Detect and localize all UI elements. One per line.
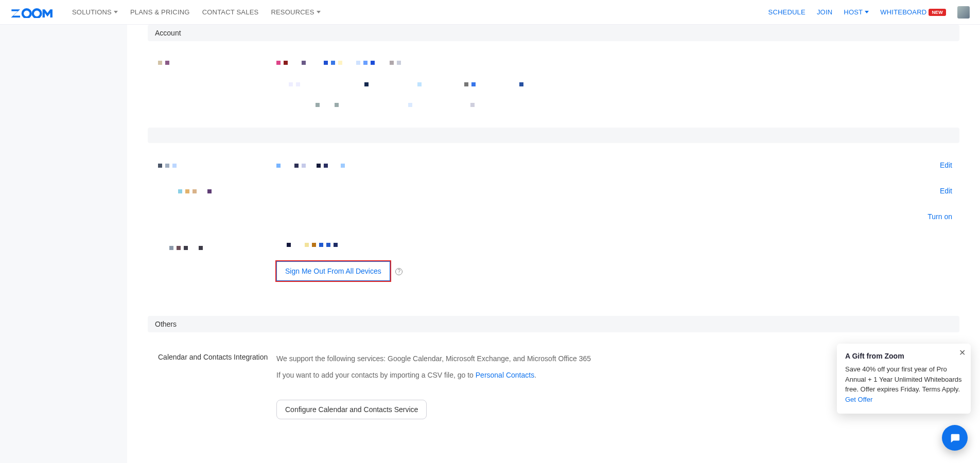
edit-link-2[interactable]: Edit — [940, 187, 952, 195]
promo-popup: ✕ A Gift from Zoom Save 40% off your fir… — [837, 344, 971, 414]
nav-left: SOLUTIONS PLANS & PRICING CONTACT SALES … — [72, 8, 321, 16]
configure-calendar-button[interactable]: Configure Calendar and Contacts Service — [276, 400, 427, 419]
promo-body-text: Save 40% off your first year of Pro Annu… — [845, 365, 962, 393]
personal-contacts-link[interactable]: Personal Contacts — [476, 371, 534, 379]
avatar[interactable] — [957, 6, 970, 19]
zoom-logo[interactable] — [10, 7, 57, 18]
chat-icon — [949, 432, 960, 443]
obscured-value — [276, 161, 901, 170]
section-others: Others — [148, 316, 959, 332]
edit-link[interactable]: Edit — [940, 161, 952, 169]
nav-join[interactable]: JOIN — [817, 8, 832, 16]
obscured-value — [276, 100, 952, 109]
nav-whiteboard-label: WHITEBOARD — [880, 8, 926, 16]
nav-schedule[interactable]: SCHEDULE — [768, 8, 806, 16]
sidebar — [0, 25, 127, 463]
divider-bar — [148, 128, 959, 143]
promo-get-offer-link[interactable]: Get Offer — [845, 396, 872, 403]
svg-point-0 — [23, 9, 31, 17]
promo-body: Save 40% off your first year of Pro Annu… — [845, 364, 962, 404]
nav-contact-sales[interactable]: CONTACT SALES — [202, 8, 259, 16]
nav-host-label: HOST — [844, 8, 863, 16]
new-badge: NEW — [929, 9, 946, 16]
nav-resources[interactable]: RESOURCES — [271, 8, 320, 16]
nav-solutions[interactable]: SOLUTIONS — [72, 8, 118, 16]
turn-on-link[interactable]: Turn on — [927, 212, 952, 221]
nav-whiteboard[interactable]: WHITEBOARD NEW — [880, 8, 946, 16]
chevron-down-icon — [317, 11, 321, 13]
nav-resources-label: RESOURCES — [271, 8, 314, 16]
section-account: Account — [148, 25, 959, 41]
close-icon[interactable]: ✕ — [959, 349, 966, 357]
top-header: SOLUTIONS PLANS & PRICING CONTACT SALES … — [0, 0, 980, 25]
obscured-label — [158, 186, 276, 195]
calendar-desc-line2-prefix: If you want to add your contacts by impo… — [276, 371, 476, 379]
nav-plans-pricing[interactable]: PLANS & PRICING — [130, 8, 190, 16]
chat-bubble-button[interactable] — [942, 425, 968, 451]
chevron-down-icon — [865, 11, 869, 13]
obscured-label — [158, 58, 276, 67]
obscured-label — [158, 161, 276, 170]
sign-out-all-devices-button[interactable]: Sign Me Out From All Devices — [276, 261, 390, 281]
obscured-value — [276, 58, 952, 67]
obscured-value — [276, 240, 952, 249]
obscured-label — [158, 240, 276, 281]
calendar-integration-label: Calendar and Contacts Integration — [158, 353, 276, 419]
svg-point-1 — [33, 9, 41, 17]
nav-solutions-label: SOLUTIONS — [72, 8, 112, 16]
obscured-value — [276, 79, 952, 88]
promo-title: A Gift from Zoom — [845, 352, 962, 360]
chevron-down-icon — [114, 11, 118, 13]
nav-host[interactable]: HOST — [844, 8, 869, 16]
help-icon[interactable]: ? — [395, 268, 402, 275]
nav-right: SCHEDULE JOIN HOST WHITEBOARD NEW — [768, 6, 970, 19]
